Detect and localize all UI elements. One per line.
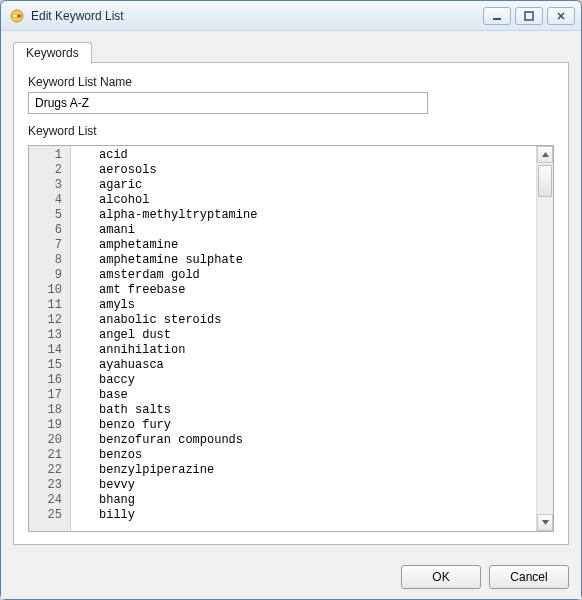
keyword-row[interactable]: bath salts bbox=[99, 403, 536, 418]
svg-rect-3 bbox=[493, 18, 501, 20]
keyword-row[interactable]: benzo fury bbox=[99, 418, 536, 433]
keyword-row[interactable]: baccy bbox=[99, 373, 536, 388]
scroll-track[interactable] bbox=[537, 163, 553, 514]
keyword-row[interactable]: aerosols bbox=[99, 163, 536, 178]
line-number: 25 bbox=[33, 508, 62, 523]
keyword-row[interactable]: bevvy bbox=[99, 478, 536, 493]
dialog-footer: OK Cancel bbox=[1, 555, 581, 599]
scroll-up-button[interactable] bbox=[537, 146, 553, 163]
edit-keyword-list-dialog: Edit Keyword List Keywords Keyword List … bbox=[0, 0, 582, 600]
keyword-row[interactable]: amyls bbox=[99, 298, 536, 313]
tab-strip: Keywords bbox=[13, 41, 569, 63]
line-number: 16 bbox=[33, 373, 62, 388]
line-number: 4 bbox=[33, 193, 62, 208]
svg-rect-2 bbox=[17, 14, 21, 17]
line-number: 14 bbox=[33, 343, 62, 358]
maximize-icon bbox=[524, 11, 534, 21]
chevron-down-icon bbox=[542, 520, 549, 525]
line-number: 15 bbox=[33, 358, 62, 373]
ok-button[interactable]: OK bbox=[401, 565, 481, 589]
svg-marker-8 bbox=[542, 520, 549, 525]
tab-strip-filler bbox=[92, 41, 569, 63]
line-number: 23 bbox=[33, 478, 62, 493]
keyword-row[interactable]: benzos bbox=[99, 448, 536, 463]
line-number: 5 bbox=[33, 208, 62, 223]
keyword-row[interactable]: amt freebase bbox=[99, 283, 536, 298]
keyword-row[interactable]: billy bbox=[99, 508, 536, 523]
chevron-up-icon bbox=[542, 152, 549, 157]
close-icon bbox=[556, 11, 566, 21]
svg-marker-7 bbox=[542, 152, 549, 157]
app-icon bbox=[9, 8, 25, 24]
tab-keywords[interactable]: Keywords bbox=[13, 42, 92, 64]
scroll-thumb[interactable] bbox=[538, 165, 552, 197]
svg-rect-4 bbox=[525, 12, 533, 20]
keyword-row[interactable]: annihilation bbox=[99, 343, 536, 358]
keyword-editor[interactable]: 1234567891011121314151617181920212223242… bbox=[28, 145, 554, 532]
line-number: 20 bbox=[33, 433, 62, 448]
line-number: 2 bbox=[33, 163, 62, 178]
line-number: 3 bbox=[33, 178, 62, 193]
cancel-button[interactable]: Cancel bbox=[489, 565, 569, 589]
keyword-row[interactable]: alcohol bbox=[99, 193, 536, 208]
keyword-list-name-label: Keyword List Name bbox=[28, 75, 554, 89]
keyword-row[interactable]: alpha-methyltryptamine bbox=[99, 208, 536, 223]
keyword-list-label: Keyword List bbox=[28, 124, 554, 138]
keyword-row[interactable]: angel dust bbox=[99, 328, 536, 343]
keyword-row[interactable]: amphetamine bbox=[99, 238, 536, 253]
line-number: 24 bbox=[33, 493, 62, 508]
line-number: 21 bbox=[33, 448, 62, 463]
line-number: 19 bbox=[33, 418, 62, 433]
keyword-row[interactable]: anabolic steroids bbox=[99, 313, 536, 328]
minimize-button[interactable] bbox=[483, 7, 511, 25]
keyword-row[interactable]: base bbox=[99, 388, 536, 403]
minimize-icon bbox=[492, 11, 502, 21]
window-title: Edit Keyword List bbox=[31, 9, 483, 23]
line-number: 18 bbox=[33, 403, 62, 418]
keyword-row[interactable]: agaric bbox=[99, 178, 536, 193]
keyword-row[interactable]: ayahuasca bbox=[99, 358, 536, 373]
close-button[interactable] bbox=[547, 7, 575, 25]
line-number-gutter: 1234567891011121314151617181920212223242… bbox=[29, 146, 71, 531]
keyword-list-name-input[interactable] bbox=[28, 92, 428, 114]
line-number: 7 bbox=[33, 238, 62, 253]
titlebar[interactable]: Edit Keyword List bbox=[1, 1, 581, 31]
keyword-row[interactable]: acid bbox=[99, 148, 536, 163]
line-number: 10 bbox=[33, 283, 62, 298]
line-number: 17 bbox=[33, 388, 62, 403]
keyword-text-area[interactable]: acidaerosolsagaricalcoholalpha-methyltry… bbox=[71, 146, 536, 531]
line-number: 6 bbox=[33, 223, 62, 238]
window-controls bbox=[483, 7, 575, 25]
tab-panel-keywords: Keyword List Name Keyword List 123456789… bbox=[13, 62, 569, 545]
client-area: Keywords Keyword List Name Keyword List … bbox=[1, 31, 581, 555]
line-number: 22 bbox=[33, 463, 62, 478]
line-number: 12 bbox=[33, 313, 62, 328]
line-number: 8 bbox=[33, 253, 62, 268]
keyword-row[interactable]: benzylpiperazine bbox=[99, 463, 536, 478]
keyword-row[interactable]: amphetamine sulphate bbox=[99, 253, 536, 268]
keyword-row[interactable]: benzofuran compounds bbox=[99, 433, 536, 448]
vertical-scrollbar[interactable] bbox=[536, 146, 553, 531]
maximize-button[interactable] bbox=[515, 7, 543, 25]
keyword-row[interactable]: amani bbox=[99, 223, 536, 238]
keyword-row[interactable]: bhang bbox=[99, 493, 536, 508]
scroll-down-button[interactable] bbox=[537, 514, 553, 531]
line-number: 13 bbox=[33, 328, 62, 343]
line-number: 11 bbox=[33, 298, 62, 313]
line-number: 1 bbox=[33, 148, 62, 163]
keyword-row[interactable]: amsterdam gold bbox=[99, 268, 536, 283]
line-number: 9 bbox=[33, 268, 62, 283]
